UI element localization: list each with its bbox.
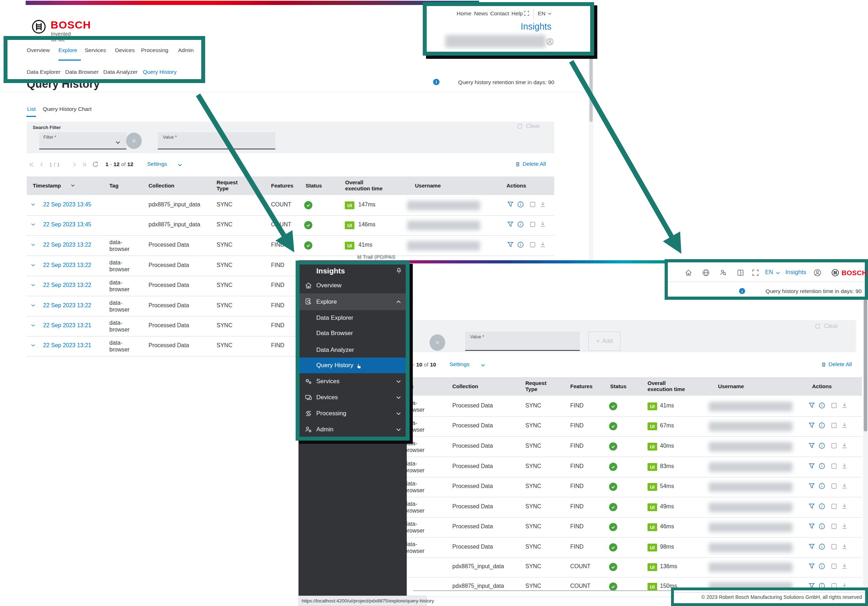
collection-cell: Processed Data xyxy=(453,503,493,510)
delete-all-button[interactable]: Delete All xyxy=(828,361,852,368)
collection-cell: Processed Data xyxy=(453,443,493,449)
info-action-icon[interactable] xyxy=(818,402,825,410)
collection-cell: pdx8875_input_data xyxy=(453,583,504,589)
collection-cell: Processed Data xyxy=(453,463,493,469)
request-type-cell: SYNC xyxy=(525,503,541,510)
download-icon[interactable] xyxy=(841,563,848,571)
svg-text:?: ? xyxy=(741,272,742,274)
utility-link-home[interactable]: Home xyxy=(457,10,471,17)
request-type-cell: SYNC xyxy=(525,583,541,589)
info-action-icon[interactable] xyxy=(818,523,825,531)
info-action-icon[interactable] xyxy=(818,442,825,451)
execution-time-cell: 40ms xyxy=(660,443,674,449)
fullscreen-icon[interactable] xyxy=(524,10,530,18)
app-title[interactable]: Insights xyxy=(785,269,806,276)
account-icon[interactable] xyxy=(546,37,554,47)
col-status: Status xyxy=(610,383,626,389)
checkbox-icon[interactable] xyxy=(831,503,837,511)
blurred-project-name xyxy=(445,35,546,48)
info-action-icon[interactable] xyxy=(818,543,825,552)
utility-link-news[interactable]: News xyxy=(474,10,488,17)
filter-action-icon[interactable] xyxy=(809,442,815,450)
bosch-anchor-icon xyxy=(831,269,840,278)
col-exec-time: Overall execution time xyxy=(648,380,692,392)
filter-action-icon[interactable] xyxy=(809,543,815,551)
language-selector[interactable]: EN xyxy=(538,10,546,17)
retention-info-text: Query history retention time in days: 90 xyxy=(747,288,862,294)
brand-name: BOSCH xyxy=(842,269,867,277)
info-action-icon[interactable] xyxy=(818,563,825,571)
filter-action-icon[interactable] xyxy=(809,402,815,410)
execution-time-cell: 67ms xyxy=(660,423,674,429)
collection-cell: Processed Data xyxy=(453,544,493,550)
blurred-username xyxy=(709,522,792,532)
checkbox-icon[interactable] xyxy=(831,423,837,430)
annotation-box-sidebar xyxy=(296,261,409,441)
add-button[interactable]: +Add xyxy=(588,331,620,351)
annotation-box-footer: © 2023 Robert Bosch Manufacturing Soluti… xyxy=(671,587,868,606)
tag-cell: data-browser xyxy=(404,440,430,454)
table-row: pdx8875_input_dataSYNCCOUNTUI136ms xyxy=(392,557,862,578)
filter-action-icon[interactable] xyxy=(809,463,815,471)
table-row: data-browserProcessed DataSYNCFINDUI83ms xyxy=(392,457,862,477)
info-action-icon[interactable] xyxy=(818,503,825,511)
utility-link-help[interactable]: Help xyxy=(512,10,523,17)
collection-cell: Processed Data xyxy=(453,402,493,409)
value-input[interactable]: Value * xyxy=(465,331,580,351)
divider xyxy=(668,281,865,282)
globe-icon[interactable] xyxy=(702,269,710,278)
download-icon[interactable] xyxy=(841,523,848,531)
table-row: data-browserProcessed DataSYNCFINDUI98ms xyxy=(392,538,862,558)
scrollbar-thumb[interactable] xyxy=(864,278,867,431)
col-actions: Actions xyxy=(812,383,832,389)
table-row: data-browserProcessed DataSYNCFINDUI67ms xyxy=(392,416,862,437)
download-icon[interactable] xyxy=(841,402,848,410)
checkbox-icon[interactable] xyxy=(831,443,837,450)
collection-cell: Processed Data xyxy=(453,423,493,429)
download-icon[interactable] xyxy=(841,422,848,430)
screenshot-edge-line xyxy=(674,592,865,592)
info-action-icon[interactable] xyxy=(818,483,825,491)
clear-button[interactable]: Clear xyxy=(824,323,838,329)
account-icon[interactable] xyxy=(813,269,822,278)
env-badge: UI xyxy=(648,463,657,471)
settings-button[interactable]: Settings xyxy=(450,361,470,368)
filter-action-icon[interactable] xyxy=(809,503,815,511)
env-badge: UI xyxy=(648,483,657,491)
download-icon[interactable] xyxy=(841,503,848,511)
download-icon[interactable] xyxy=(841,483,848,491)
checkbox-icon[interactable] xyxy=(831,544,837,551)
filter-action-icon[interactable] xyxy=(809,563,815,571)
checkbox-icon[interactable] xyxy=(831,483,837,491)
language-selector[interactable]: EN xyxy=(765,269,773,275)
request-type-cell: SYNC xyxy=(525,483,541,489)
info-action-icon[interactable] xyxy=(818,463,825,471)
info-action-icon[interactable] xyxy=(818,422,825,430)
fullscreen-icon[interactable] xyxy=(752,269,760,278)
user-search-icon[interactable] xyxy=(719,269,727,278)
utility-link-contact[interactable]: Contact xyxy=(490,10,509,17)
chevron-down-icon[interactable] xyxy=(547,11,552,18)
filter-action-icon[interactable] xyxy=(809,523,815,531)
checkbox-icon[interactable] xyxy=(831,563,837,571)
execution-time-cell: 41ms xyxy=(660,402,674,409)
range-text: 1 - 10 of 10 xyxy=(408,362,436,368)
filter-action-icon[interactable] xyxy=(809,422,815,430)
blurred-username xyxy=(709,482,792,492)
download-icon[interactable] xyxy=(841,543,848,551)
chevron-down-icon[interactable] xyxy=(775,270,781,277)
features-cell: COUNT xyxy=(570,563,591,570)
download-icon[interactable] xyxy=(841,442,848,450)
home-icon[interactable] xyxy=(684,269,693,278)
blurred-username xyxy=(709,503,792,512)
download-icon[interactable] xyxy=(841,463,848,471)
settings-chevron-icon[interactable] xyxy=(480,362,486,370)
tag-cell: data-browser xyxy=(404,500,430,514)
help-book-icon[interactable]: ? xyxy=(736,269,745,278)
filter-action-icon[interactable] xyxy=(809,483,815,491)
checkbox-icon[interactable] xyxy=(831,523,837,531)
checkbox-icon[interactable] xyxy=(831,402,837,410)
checkbox-icon[interactable] xyxy=(831,463,837,471)
execution-time-cell: 136ms xyxy=(660,563,677,570)
plus-icon: + xyxy=(596,337,600,345)
